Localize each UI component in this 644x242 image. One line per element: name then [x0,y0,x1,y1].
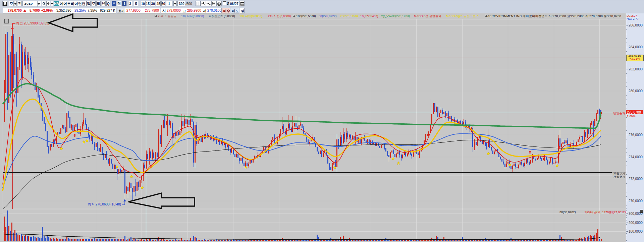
svg-text:100(275,5570): 100(275,5570) [296,14,316,18]
svg-text:1차 저항(0,0000): 1차 저항(0,0000) [239,14,262,18]
svg-text:2,09%: 2,09% [627,115,636,118]
svg-text:+3.91%: +3.91% [630,57,640,60]
svg-text:270,0000: 270,0000 [629,199,643,203]
svg-text:272,0000: 272,0000 [629,177,643,181]
svg-text:283,0315: 283,0315 [628,54,641,57]
svg-text:최고 285,9900 (09:35): 최고 285,9900 (09:35) [16,21,49,25]
svg-text:my_VWAP(278,1233): my_VWAP(278,1233) [381,14,410,18]
svg-text:100,0000: 100,0000 [629,230,643,233]
svg-text:10(277,5407): 10(277,5407) [360,14,378,18]
svg-text:200,0000: 200,0000 [629,221,643,225]
svg-text:AEROVIRONMENT INC 에어로바이런먼트 시: AEROVIRONMENT INC 에어로바이런먼트 시:278,2300 고:… [487,14,621,18]
svg-text:276,0000: 276,0000 [629,133,643,137]
svg-text:최저 270,0600 (10:48): 최저 270,0600 (10:48) [88,202,121,206]
svg-text:전월고가: 전월고가 [613,172,625,175]
svg-text:가격 이동평균: 가격 이동평균 [158,14,177,18]
svg-text:284,0000: 284,0000 [629,45,643,49]
svg-text:30(35,0702): 30(35,0702) [559,210,576,214]
svg-text:286,0000: 286,0000 [629,23,643,27]
svg-text:MACD-sig와 골든크로스: MACD-sig와 골든크로스 [446,14,479,18]
svg-text:피봇포인트(0,0000): 피봇포인트(0,0000) [209,14,235,18]
svg-text:50(275,9722): 50(275,9722) [319,14,337,18]
svg-text:전월종가: 전월종가 [613,175,625,179]
svg-text:282,0000: 282,0000 [629,67,643,71]
svg-text:MACD 0선 상향돌파: MACD 0선 상향돌파 [414,14,442,18]
svg-text:거래대금(억, 1470원)(27,8012): 거래대금(억, 1470원)(27,8012) [584,210,626,214]
svg-text:20(276,1150): 20(276,1150) [340,14,358,18]
svg-text:1차 지지(0,0000): 1차 지지(0,0000) [181,14,204,18]
svg-text:HC:-2,77: HC:-2,77 [627,17,639,20]
svg-text:280,0000: 280,0000 [629,89,643,93]
svg-text:당일종가: 당일종가 [613,112,625,115]
svg-text:278,0700: 278,0700 [627,111,641,114]
svg-text:274,0000: 274,0000 [629,155,643,159]
svg-text:2차 저항(0,0000): 2차 저항(0,0000) [268,14,291,18]
